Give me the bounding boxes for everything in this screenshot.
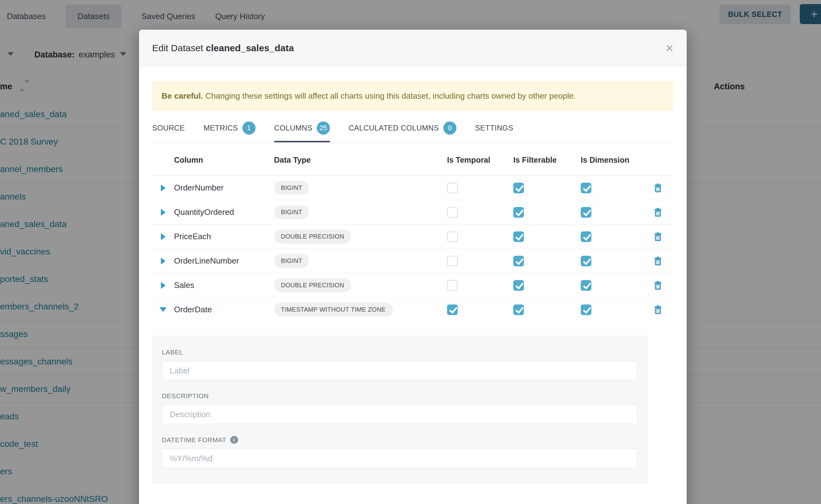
collapse-caret-icon[interactable]	[160, 307, 166, 312]
column-row-orderlinenumber: OrderLineNumberBIGINT	[152, 249, 674, 273]
label-form-group: LABEL	[162, 348, 638, 380]
is-dimension-checkbox[interactable]	[581, 304, 591, 315]
is-temporal-checkbox[interactable]	[447, 256, 458, 266]
tab-settings[interactable]: SETTINGS	[475, 121, 513, 142]
column-name: Sales	[174, 280, 274, 290]
description-form-group: DESCRIPTION	[162, 392, 638, 424]
data-type-pill: DOUBLE PRECISION	[274, 278, 351, 292]
tab-label: METRICS	[203, 124, 238, 132]
warning-text: Changing these settings will affect all …	[203, 91, 576, 101]
close-icon[interactable]: ×	[665, 41, 674, 55]
data-type-pill: BIGINT	[274, 205, 309, 219]
column-name: QuantityOrdered	[174, 207, 274, 217]
datetime-format-field-label: DATETIME FORMAT i	[162, 436, 638, 444]
tab-columns[interactable]: COLUMNS25	[274, 121, 330, 142]
expand-caret-icon[interactable]	[161, 258, 166, 264]
tab-calculated-columns[interactable]: CALCULATED COLUMNS0	[349, 121, 457, 142]
is-dimension-checkbox[interactable]	[581, 280, 591, 291]
is-filterable-checkbox[interactable]	[513, 280, 524, 291]
warning-banner: Be careful. Changing these settings will…	[152, 81, 674, 111]
is-dimension-checkbox[interactable]	[581, 231, 591, 242]
delete-column-icon[interactable]	[654, 281, 662, 290]
delete-column-icon[interactable]	[654, 208, 662, 217]
label-field-label: LABEL	[162, 348, 638, 356]
tab-count-badge: 25	[317, 121, 330, 135]
expand-caret-icon[interactable]	[161, 209, 166, 216]
column-row-sales: SalesDOUBLE PRECISION	[152, 273, 674, 297]
column-name: OrderLineNumber	[174, 256, 274, 266]
column-name: OrderDate	[174, 305, 274, 314]
label-input[interactable]	[162, 361, 638, 380]
expand-caret-icon[interactable]	[161, 185, 166, 191]
is-temporal-checkbox[interactable]	[447, 304, 458, 315]
is-dimension-header: Is Dimension	[575, 156, 642, 165]
tab-label: COLUMNS	[274, 124, 312, 132]
expand-caret-icon[interactable]	[161, 233, 166, 240]
is-dimension-checkbox[interactable]	[581, 256, 591, 266]
is-temporal-checkbox[interactable]	[447, 280, 458, 291]
modal-title: Edit Dataset cleaned_sales_data	[152, 43, 294, 53]
tab-count-badge: 0	[443, 121, 457, 135]
delete-column-icon[interactable]	[654, 184, 662, 192]
is-filterable-checkbox[interactable]	[513, 231, 524, 242]
columns-table: Column Data Type Is Temporal Is Filterab…	[152, 144, 674, 322]
is-dimension-checkbox[interactable]	[581, 207, 591, 218]
delete-column-icon[interactable]	[654, 257, 662, 265]
modal-body: Be careful. Changing these settings will…	[139, 81, 687, 484]
delete-column-icon[interactable]	[654, 232, 662, 241]
column-name: PriceEach	[174, 232, 274, 241]
edit-dataset-modal: Edit Dataset cleaned_sales_data × Be car…	[139, 30, 687, 504]
column-row-orderdate: OrderDateTIMESTAMP WITHOUT TIME ZONE	[152, 297, 674, 322]
tab-label: CALCULATED COLUMNS	[349, 124, 439, 132]
modal-tabs: SOURCEMETRICS1COLUMNS25CALCULATED COLUMN…	[152, 121, 674, 142]
column-header: Column	[174, 156, 274, 165]
tab-label: SETTINGS	[475, 124, 513, 132]
tab-source[interactable]: SOURCE	[152, 121, 185, 142]
description-field-label: DESCRIPTION	[162, 392, 638, 400]
warning-bold: Be careful.	[161, 91, 203, 101]
data-type-pill: BIGINT	[274, 254, 309, 268]
is-temporal-header: Is Temporal	[441, 156, 507, 165]
modal-header: Edit Dataset cleaned_sales_data ×	[139, 30, 687, 67]
description-input[interactable]	[162, 405, 638, 424]
tab-label: SOURCE	[152, 124, 185, 132]
is-filterable-header: Is Filterable	[507, 156, 575, 165]
tab-count-badge: 1	[242, 121, 255, 135]
column-row-quantityordered: QuantityOrderedBIGINT	[152, 200, 674, 224]
delete-column-icon[interactable]	[654, 305, 662, 314]
column-row-ordernumber: OrderNumberBIGINT	[152, 175, 674, 200]
is-temporal-checkbox[interactable]	[447, 207, 458, 218]
data-type-pill: TIMESTAMP WITHOUT TIME ZONE	[274, 303, 393, 317]
columns-table-header: Column Data Type Is Temporal Is Filterab…	[152, 144, 674, 175]
is-temporal-checkbox[interactable]	[447, 183, 458, 193]
is-filterable-checkbox[interactable]	[513, 304, 524, 315]
data-type-pill: BIGINT	[274, 181, 309, 195]
is-temporal-checkbox[interactable]	[447, 231, 458, 242]
expand-caret-icon[interactable]	[161, 282, 166, 289]
dataset-name: cleaned_sales_data	[206, 43, 294, 53]
column-row-priceeach: PriceEachDOUBLE PRECISION	[152, 224, 674, 249]
datetime-format-input[interactable]	[162, 449, 638, 468]
is-filterable-checkbox[interactable]	[513, 183, 524, 193]
data-type-pill: DOUBLE PRECISION	[274, 230, 351, 244]
datetime-format-form-group: DATETIME FORMAT i	[162, 436, 638, 468]
is-filterable-checkbox[interactable]	[513, 256, 524, 266]
tab-metrics[interactable]: METRICS1	[203, 121, 255, 142]
column-name: OrderNumber	[174, 183, 274, 193]
is-filterable-checkbox[interactable]	[513, 207, 524, 218]
is-dimension-checkbox[interactable]	[581, 183, 591, 193]
data-type-header: Data Type	[274, 156, 441, 165]
info-icon[interactable]: i	[230, 436, 238, 444]
column-detail-panel: LABEL DESCRIPTION DATETIME FORMAT i	[152, 336, 647, 484]
